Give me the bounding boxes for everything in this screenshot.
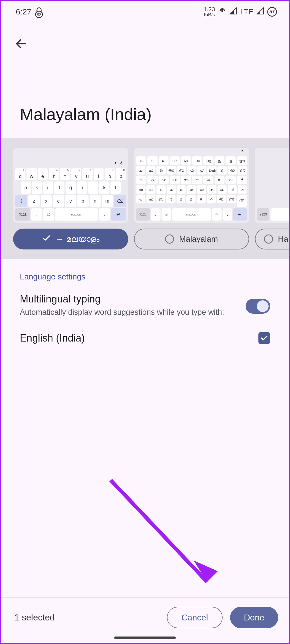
key: ങ — [181, 156, 191, 165]
space-key: മലയ — [270, 208, 289, 221]
key: ൺ — [227, 195, 236, 203]
emoji-key: ☺ — [162, 208, 171, 221]
cancel-button[interactable]: Cancel — [167, 607, 223, 628]
keyboard-preview-3: ?123 മലയ — [255, 148, 289, 223]
key: ഡ — [159, 176, 169, 184]
key: p0 — [116, 168, 126, 180]
key: ര — [203, 176, 213, 184]
radio-icon — [264, 234, 273, 244]
key: b — [77, 195, 89, 207]
backspace-key: ⌫ — [114, 195, 126, 207]
setting-title: Multilingual typing — [20, 293, 235, 305]
key: k — [99, 181, 109, 194]
key: റ — [207, 195, 216, 203]
key: ഭ — [166, 195, 175, 203]
key: w2 — [26, 168, 37, 180]
key: f — [54, 181, 64, 194]
key: a — [21, 181, 31, 194]
language-name: English (India) — [20, 332, 85, 344]
key: ഓ — [228, 166, 237, 175]
key: ഛ — [146, 166, 155, 175]
key: s — [32, 181, 42, 194]
key: ഥ — [146, 185, 155, 194]
key: ഖ — [147, 156, 158, 165]
key: എ — [187, 166, 196, 175]
key: ഹ — [218, 185, 227, 194]
emoji-key: ☺ — [43, 208, 54, 221]
key: h — [77, 181, 87, 194]
annotation-arrow — [105, 475, 231, 601]
back-button[interactable] — [14, 46, 27, 51]
key: ജ — [157, 166, 166, 175]
key: g — [66, 181, 76, 194]
language-english-row[interactable]: English (India) — [20, 332, 270, 344]
gesture-nav-handle[interactable] — [114, 637, 176, 639]
keyboard-preview-1: ▾ q1w2e3r4t5y6u7i8o9p0 asdfghjkl ⇧ zxcvb… — [13, 148, 128, 223]
key: യ — [192, 176, 202, 184]
key: ഞ — [177, 166, 186, 175]
key: മ — [177, 195, 186, 203]
key: ഊ — [237, 156, 247, 165]
key: ഘ — [170, 156, 180, 165]
svg-line-2 — [111, 480, 207, 582]
key: c — [53, 195, 64, 207]
layout-chip-selected[interactable]: → മലയാളം — [13, 229, 128, 249]
key: t5 — [60, 168, 70, 180]
multilingual-typing-row[interactable]: Multilingual typing Automatically displa… — [20, 293, 270, 317]
enter-key: ↵ — [233, 208, 247, 221]
key: ഠ — [147, 176, 158, 184]
key: സ — [207, 185, 216, 194]
done-button[interactable]: Done — [230, 607, 278, 628]
layout-chip-handwriting[interactable]: Handwriting — [255, 229, 289, 249]
space-key: മലയാളം — [55, 208, 98, 221]
key: ദ — [157, 185, 166, 194]
radio-icon — [165, 234, 174, 244]
multilingual-toggle[interactable] — [246, 299, 270, 314]
key: ല — [215, 176, 225, 184]
key: d — [43, 181, 53, 194]
key: ഇ — [215, 156, 225, 165]
signal-icon-1 — [230, 7, 237, 16]
keyboard-preview-2: കഖഗഘങഅആഇഉഊ ചഛജഝഞഎഏഐഒഓഔ ടഠഡഢണയരലവർ തഥദധനശ… — [134, 148, 249, 223]
network-type: LTE — [240, 7, 253, 16]
status-right: 1.23 KiB/s LTE 57 — [204, 6, 277, 17]
layout-carousel[interactable]: ▾ q1w2e3r4t5y6u7i8o9p0 asdfghjkl ⇧ zxcvb… — [1, 138, 289, 259]
enter-key: ↵ — [111, 208, 126, 221]
status-time: 6:27 — [16, 7, 31, 16]
layout-chip-label: Handwriting — [278, 234, 289, 244]
selected-count: 1 selected — [14, 612, 55, 623]
chevron-down-icon: ▾ — [115, 161, 116, 166]
key: ബ — [156, 195, 165, 203]
key: ൻ — [228, 185, 237, 194]
key: r4 — [49, 168, 59, 180]
key: ഔ — [238, 166, 247, 175]
key: y6 — [71, 168, 81, 180]
network-speed: 1.23 KiB/s — [204, 6, 215, 17]
key: ള — [186, 195, 196, 203]
page-title: Malayalam (India) — [1, 51, 289, 138]
key: l — [110, 181, 121, 194]
key: j — [88, 181, 98, 194]
signal-icon-2 — [257, 7, 264, 16]
layout-option-malayalam[interactable]: കഖഗഘങഅആഇഉഊ ചഛജഝഞഎഏഐഒഓഔ ടഠഡഢണയരലവർ തഥദധനശ… — [134, 148, 249, 249]
key: q1 — [15, 168, 25, 180]
key: ൾ — [238, 185, 247, 194]
key: ഗ — [159, 156, 169, 165]
key: ഏ — [197, 166, 206, 175]
layout-chip-malayalam[interactable]: Malayalam — [134, 229, 249, 249]
layout-option-transliteration[interactable]: ▾ q1w2e3r4t5y6u7i8o9p0 asdfghjkl ⇧ zxcvb… — [13, 148, 128, 249]
bottom-action-bar: 1 selected Cancel Done — [1, 607, 289, 628]
key: ഒ — [218, 166, 227, 175]
key: ഝ — [167, 166, 176, 175]
language-checkbox[interactable] — [258, 332, 270, 344]
key: ഷ — [197, 185, 206, 194]
key: അ — [192, 156, 202, 165]
symbols-key: ?123 — [257, 208, 269, 221]
space-key: മലയാളം — [172, 208, 211, 221]
key: ച — [136, 166, 145, 175]
key: ൽ — [217, 195, 226, 203]
key: ന — [177, 185, 186, 194]
layout-option-handwriting[interactable]: ?123 മലയ Handwriting — [255, 148, 289, 249]
key: ഴ — [197, 195, 206, 203]
key: m — [102, 195, 113, 207]
